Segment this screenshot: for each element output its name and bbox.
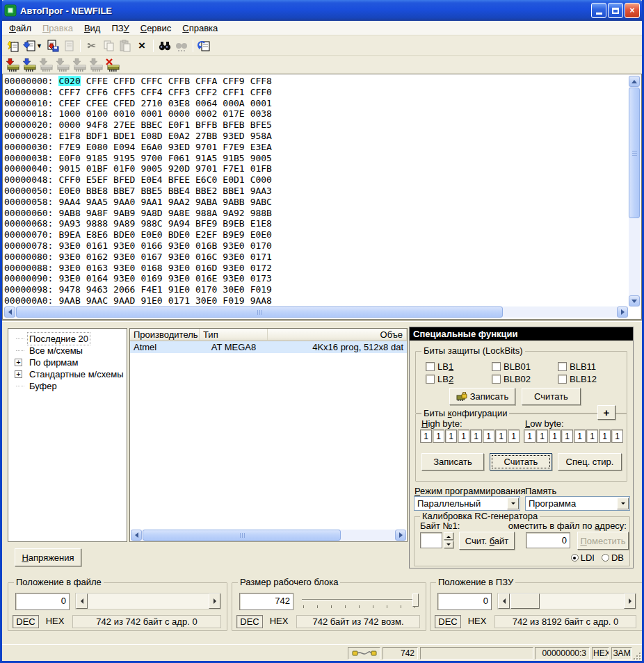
hex-word[interactable]: CFFD: [113, 76, 135, 86]
hex-word[interactable]: E6A0: [140, 142, 162, 152]
minimize-button[interactable]: [591, 3, 606, 18]
lockbit-blb11[interactable]: BLB11: [558, 361, 624, 372]
hex-word[interactable]: 9AA8: [250, 295, 272, 306]
hex-word[interactable]: 0173: [250, 273, 272, 284]
table-horizontal-scrollbar[interactable]: [131, 530, 406, 541]
hex-word[interactable]: 0168: [140, 263, 162, 273]
delete-button[interactable]: ×: [134, 38, 150, 54]
hex-word[interactable]: CFF6: [86, 87, 108, 97]
programming-mode-select[interactable]: Параллельный: [414, 496, 520, 511]
hex-word[interactable]: 920D: [168, 163, 190, 174]
hex-word[interactable]: CFF2: [195, 87, 217, 97]
hex-word[interactable]: E1F8: [58, 131, 80, 141]
hex-word[interactable]: 0000: [58, 120, 80, 130]
hex-word[interactable]: BDE1: [113, 131, 135, 141]
scroll-right-icon[interactable]: [617, 306, 628, 318]
hex-word[interactable]: F7E9: [223, 142, 244, 152]
hex-word[interactable]: 9195: [113, 153, 135, 163]
hex-word[interactable]: 2066: [113, 284, 135, 295]
hex-word[interactable]: 9A92: [223, 208, 244, 218]
expand-icon[interactable]: +: [15, 370, 22, 378]
menu-item-edit[interactable]: Правка: [37, 22, 79, 35]
hex-word[interactable]: CFFA: [195, 76, 217, 86]
verify-chip-button[interactable]: [37, 57, 54, 72]
memory-select[interactable]: Программа: [525, 496, 630, 511]
tree-item[interactable]: Буфер: [8, 380, 127, 392]
hex-word[interactable]: E0D1: [223, 174, 244, 185]
new-file-button[interactable]: [5, 38, 22, 54]
column-header-size[interactable]: Объе: [268, 329, 407, 341]
hex-word[interactable]: 0001: [250, 98, 272, 108]
hex-toggle[interactable]: HEX: [267, 615, 291, 628]
hex-word[interactable]: CFF8: [250, 76, 272, 86]
tree-item[interactable]: Последние 20: [8, 333, 127, 345]
hex-word[interactable]: 1000: [58, 108, 80, 119]
hex-word[interactable]: E5EF: [86, 174, 108, 185]
hex-word[interactable]: 9A89: [113, 218, 135, 229]
hex-word[interactable]: CFFC: [140, 76, 162, 86]
hex-word[interactable]: CFED: [113, 98, 135, 108]
hex-word[interactable]: 9AB8: [58, 208, 80, 218]
hex-word[interactable]: CFF7: [58, 87, 80, 97]
find-next-button[interactable]: [173, 38, 190, 54]
hex-word[interactable]: CFFE: [86, 76, 108, 86]
hex-word[interactable]: 9AA2: [168, 197, 190, 207]
hex-word[interactable]: 01F0: [113, 163, 135, 174]
scrollbar-thumb[interactable]: [629, 88, 640, 218]
voltages-button[interactable]: Напряжения: [15, 548, 81, 566]
checkbox-icon[interactable]: [492, 362, 501, 371]
tree-item[interactable]: +Стандартные м/схемы: [8, 368, 127, 380]
fuse-bit-low[interactable]: 1: [524, 429, 536, 443]
checkbox-icon[interactable]: [492, 375, 501, 384]
fuse-bit-high[interactable]: 1: [433, 429, 444, 443]
fuses-write-button[interactable]: Записать: [421, 453, 484, 470]
hex-word[interactable]: 9463: [86, 284, 108, 295]
hex-word[interactable]: BBE8: [86, 186, 108, 196]
hex-word[interactable]: 93E0: [58, 240, 80, 251]
fuses-read-button[interactable]: Считать: [490, 453, 552, 470]
hex-word[interactable]: 016B: [195, 240, 217, 251]
hex-toggle[interactable]: HEX: [43, 615, 67, 628]
hex-word[interactable]: C000: [250, 174, 272, 185]
spin-up-icon[interactable]: [444, 532, 453, 540]
hex-word[interactable]: 0171: [250, 252, 272, 262]
lockbit-lb1[interactable]: LB1: [426, 361, 492, 372]
hex-word[interactable]: F061: [168, 153, 190, 163]
hex-word[interactable]: 9A8D: [140, 208, 162, 218]
hex-word[interactable]: BFEB: [223, 120, 244, 130]
hex-word[interactable]: 9AAD: [113, 295, 135, 306]
scroll-left-icon[interactable]: [4, 306, 15, 318]
expand-icon[interactable]: +: [15, 359, 22, 366]
hex-word[interactable]: CFEE: [86, 98, 108, 108]
lockbit-lb2[interactable]: LB2: [426, 374, 492, 384]
hex-word[interactable]: 000A: [223, 98, 244, 108]
hex-word[interactable]: 91E0: [168, 284, 190, 295]
save-file-button[interactable]: [44, 38, 61, 54]
scroll-right-icon[interactable]: [624, 594, 636, 609]
file-address-field[interactable]: 0: [526, 532, 570, 548]
spin-down-icon[interactable]: [444, 541, 453, 548]
checkbox-icon[interactable]: [426, 362, 435, 371]
hex-word[interactable]: 01BF: [86, 163, 108, 174]
hex-word[interactable]: 9478: [58, 284, 80, 295]
hex-word[interactable]: CFF0: [250, 87, 272, 97]
checkbox-icon[interactable]: [558, 362, 567, 371]
hex-editor[interactable]: 00000000:C020CFFECFFDCFFCCFFBCFFACFF9CFF…: [2, 74, 642, 320]
hex-word[interactable]: 9700: [140, 153, 162, 163]
hex-word[interactable]: 2710: [140, 98, 162, 108]
close-button[interactable]: ×: [625, 3, 640, 18]
table-row[interactable]: AtmelAT MEGA84Kx16 prog, 512x8 dat: [130, 341, 407, 353]
read-byte-button[interactable]: Счит. байт: [459, 532, 515, 550]
hex-word[interactable]: 0001: [140, 108, 162, 119]
radio-db[interactable]: DB: [602, 552, 624, 563]
hex-word[interactable]: B9E9: [223, 229, 244, 240]
hex-word[interactable]: CFF4: [140, 87, 162, 97]
hex-word[interactable]: 0064: [195, 98, 217, 108]
hex-word[interactable]: BBE4: [168, 186, 190, 196]
menu-item-rom[interactable]: ПЗУ: [106, 22, 134, 35]
fuse-bit-high[interactable]: 1: [495, 429, 507, 443]
hex-word[interactable]: 9701: [195, 142, 217, 152]
hex-word[interactable]: 0038: [250, 108, 272, 119]
file-position-field[interactable]: 0: [15, 593, 70, 610]
scrollbar-thumb[interactable]: [510, 594, 540, 609]
